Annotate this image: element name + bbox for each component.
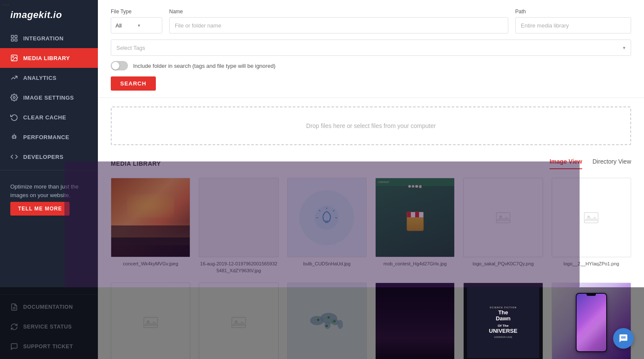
sidebar-item-media-library[interactable]: MEDIA LIBRARY: [0, 48, 98, 68]
svg-point-10: [13, 136, 15, 138]
path-input[interactable]: [515, 17, 631, 33]
tags-select[interactable]: Select Tags ▾: [111, 40, 631, 56]
sidebar-item-media-library-label: MEDIA LIBRARY: [23, 55, 70, 61]
svg-rect-2: [11, 39, 13, 41]
toggle-label: Include folder in search (tags and file …: [133, 63, 276, 69]
svg-rect-1: [15, 35, 17, 37]
search-button[interactable]: SEARCH: [111, 76, 156, 91]
tab-directory-view[interactable]: Directory View: [592, 158, 631, 169]
image-icon: [10, 54, 18, 62]
path-field: Path: [515, 9, 631, 33]
chat-icon: [619, 334, 628, 343]
svg-rect-27: [584, 213, 598, 223]
sidebar-item-image-settings[interactable]: IMAGE SETTINGS: [0, 88, 98, 107]
sidebar-item-integration-label: INTEGRATION: [23, 35, 64, 42]
list-item[interactable]: dark_sky.jpg: [375, 283, 455, 359]
file-type-label: File Type: [111, 9, 162, 15]
svg-line-11: [15, 135, 16, 136]
file-type-value: All: [115, 22, 135, 29]
media-thumb: SCIENCE FICTION TheDawnOf TheUNIVERSE HA…: [463, 283, 543, 359]
tags-placeholder: Select Tags: [116, 45, 145, 51]
list-item[interactable]: SCIENCE FICTION TheDawnOf TheUNIVERSE HA…: [463, 283, 543, 359]
svg-point-5: [12, 56, 13, 57]
sidebar-item-performance-label: PERFORMANCE: [23, 134, 69, 140]
media-grid: concert_Wk4kyMVGv.jpeg SALE 16-aug-2019-…: [98, 169, 644, 359]
toggle-knob: [112, 62, 119, 70]
file-type-select[interactable]: All ▾: [111, 17, 162, 33]
main-content: File Type All ▾ Name Path Select Tags ▾: [98, 0, 644, 359]
chart-icon: [10, 74, 18, 82]
search-panel: File Type All ▾ Name Path Select Tags ▾: [98, 0, 644, 98]
drop-zone-text: Drop files here or select files from you…: [306, 122, 436, 129]
sidebar-item-clear-cache[interactable]: CLEAR CACHE: [0, 107, 98, 127]
search-row-1: File Type All ▾ Name Path: [111, 9, 631, 33]
sidebar-item-analytics[interactable]: ANALYTICS: [0, 68, 98, 88]
svg-rect-0: [11, 35, 13, 37]
svg-line-12: [12, 138, 13, 139]
placeholder-icon: [583, 209, 600, 226]
drop-zone[interactable]: Drop files here or select files from you…: [111, 106, 631, 145]
chat-support-button[interactable]: [613, 328, 634, 349]
sidebar-item-integration[interactable]: INTEGRATION: [0, 28, 98, 48]
grid-icon: [10, 34, 18, 42]
sidebar-item-analytics-label: ANALYTICS: [23, 75, 57, 81]
name-label: Name: [169, 9, 508, 15]
name-field: Name: [169, 9, 508, 33]
toggle-row: Include folder in search (tags and file …: [111, 61, 631, 70]
sidebar-item-developers-label: DEVELOPERS: [23, 154, 64, 160]
tell-me-more-button[interactable]: TELL ME MORE: [10, 202, 70, 216]
sidebar-item-clear-cache-label: CLEAR CACHE: [23, 114, 66, 121]
settings-icon: [10, 94, 18, 101]
tags-chevron-icon: ▾: [623, 45, 626, 51]
svg-point-6: [13, 97, 15, 99]
include-folder-toggle[interactable]: [111, 61, 128, 70]
sidebar-item-performance[interactable]: PERFORMANCE: [0, 127, 98, 147]
chevron-down-icon: ▾: [138, 23, 158, 28]
path-label: Path: [515, 9, 631, 15]
file-type-field: File Type All ▾: [111, 9, 162, 33]
bulb-icon: [10, 133, 18, 141]
svg-line-14: [15, 138, 16, 139]
svg-line-13: [12, 135, 13, 136]
sidebar-item-image-settings-label: IMAGE SETTINGS: [23, 94, 74, 101]
name-input[interactable]: [169, 17, 508, 33]
svg-rect-3: [15, 39, 17, 41]
refresh-icon: [10, 113, 18, 121]
logo: imagekit.io: [0, 0, 98, 28]
code-icon: [10, 153, 18, 161]
media-thumb: [375, 283, 455, 359]
tags-row: Select Tags ▾: [111, 40, 631, 56]
